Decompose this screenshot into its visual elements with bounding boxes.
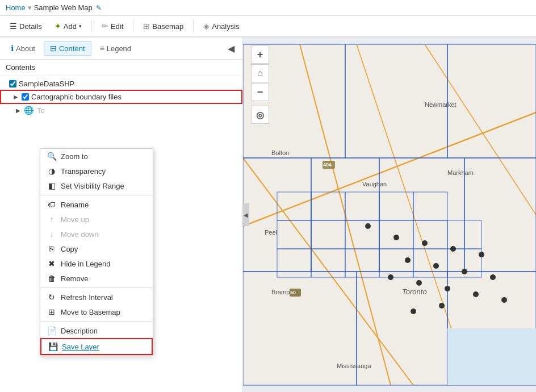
svg-point-54 (473, 291, 479, 297)
svg-point-56 (439, 303, 445, 308)
ctx-zoom-to[interactable]: 🔍 Zoom to (40, 149, 153, 164)
analysis-icon: ◈ (203, 22, 210, 31)
layer-checkbox-highlighted[interactable] (22, 93, 29, 101)
svg-text:Vaughan: Vaughan (362, 181, 387, 187)
svg-text:50: 50 (290, 290, 296, 295)
ctx-rename[interactable]: 🏷 Rename (40, 197, 153, 212)
ctx-hide-in-legend[interactable]: ✖ Hide in Legend (40, 256, 153, 271)
layer-item-sub[interactable]: ▶ 🌐 To (0, 104, 242, 116)
legend-icon: ≡ (100, 44, 104, 53)
tab-content[interactable]: ⊟ Content (44, 41, 91, 56)
home-link[interactable]: Home (6, 3, 26, 12)
edit-button[interactable]: ✏ Edit (97, 19, 128, 34)
zoom-in-button[interactable]: + (251, 45, 269, 64)
edit-icon: ✏ (102, 22, 108, 31)
layer-checkbox-parent[interactable] (9, 80, 16, 87)
basemap-button[interactable]: ⊞ Basemap (138, 19, 189, 34)
ctx-copy[interactable]: ⎘ Copy (40, 241, 153, 256)
tab-about[interactable]: ℹ About (5, 41, 41, 56)
map-canvas: Newmarket Bolton Vaughan Markham Peel Br… (243, 37, 536, 392)
breadcrumb-bar: Home ▾ Sample Web Map ✎ (0, 0, 536, 16)
save-layer-icon: 💾 (48, 342, 57, 351)
globe-icon: 🌐 (24, 106, 34, 115)
svg-point-53 (445, 286, 450, 291)
svg-point-57 (411, 308, 416, 314)
hide-legend-icon: ✖ (47, 259, 56, 268)
tab-legend[interactable]: ≡ Legend (94, 41, 138, 56)
edit-title-icon[interactable]: ✎ (96, 4, 102, 12)
layer-expand-icon: ▶ (14, 94, 18, 100)
svg-point-51 (388, 274, 393, 280)
ctx-move-up: ↑ Move up (40, 212, 153, 227)
svg-point-42 (365, 223, 371, 229)
analysis-button[interactable]: ◈ Analysis (198, 19, 244, 34)
add-icon: ✦ (55, 22, 61, 31)
svg-point-47 (405, 257, 411, 263)
basemap-ctx-icon: ⊞ (47, 307, 56, 316)
svg-point-45 (450, 246, 456, 252)
zoom-out-button[interactable]: − (251, 83, 269, 101)
svg-point-50 (490, 274, 496, 280)
svg-point-48 (433, 263, 439, 269)
add-dropdown-arrow: ▾ (79, 23, 82, 29)
svg-text:Markham: Markham (447, 169, 474, 176)
content-icon: ⊟ (50, 44, 57, 53)
svg-text:Bolton: Bolton (271, 149, 289, 156)
svg-text:Toronto: Toronto (402, 287, 427, 296)
ctx-sep-1 (40, 195, 153, 195)
breadcrumb-sep: ▾ (28, 3, 32, 12)
svg-point-55 (501, 297, 507, 303)
move-down-icon: ↓ (47, 230, 56, 239)
ctx-move-to-basemap[interactable]: ⊞ Move to Basemap (40, 305, 153, 319)
description-icon: 📄 (47, 326, 56, 335)
visibility-icon: ◧ (47, 181, 56, 190)
ctx-transparency[interactable]: ◑ Transparency (40, 164, 153, 178)
rename-icon: 🏷 (47, 200, 56, 209)
refresh-icon: ↻ (47, 293, 56, 302)
details-icon: ☰ (10, 22, 17, 31)
ctx-sep-3 (40, 321, 153, 322)
svg-rect-33 (447, 328, 536, 385)
ctx-move-down: ↓ Move down (40, 227, 153, 241)
ctx-remove[interactable]: 🗑 Remove (40, 271, 153, 286)
zoom-to-icon: 🔍 (47, 152, 56, 161)
left-panel: ℹ About ⊟ Content ≡ Legend ◀ Contents Sa… (0, 37, 243, 392)
ctx-sep-2 (40, 287, 153, 288)
ctx-set-visibility-range[interactable]: ◧ Set Visibility Range (40, 178, 153, 193)
svg-text:Peel: Peel (265, 229, 277, 236)
svg-point-52 (416, 280, 422, 286)
map-area[interactable]: Newmarket Bolton Vaughan Markham Peel Br… (243, 37, 536, 392)
map-title: Sample Web Map (34, 3, 93, 12)
ctx-description[interactable]: 📄 Description (40, 323, 153, 338)
main-layout: ℹ About ⊟ Content ≡ Legend ◀ Contents Sa… (0, 37, 536, 392)
ctx-save-layer[interactable]: 💾 Save Layer (40, 338, 153, 355)
toolbar: ☰ Details ✦ Add ▾ ✏ Edit ⊞ Basemap ◈ Ana… (0, 16, 536, 37)
svg-point-46 (479, 252, 484, 257)
copy-icon: ⎘ (47, 244, 56, 253)
panel-tabs: ℹ About ⊟ Content ≡ Legend ◀ (0, 37, 242, 60)
map-controls: + ⌂ − ◎ (251, 45, 269, 124)
svg-text:404: 404 (323, 162, 332, 168)
locate-button[interactable]: ◎ (251, 106, 269, 124)
basemap-icon: ⊞ (143, 22, 150, 31)
layer-tree: SampleDataSHP ▶ Cartographic boundary fi… (0, 76, 242, 119)
layer-item-parent[interactable]: SampleDataSHP (0, 78, 242, 90)
transparency-icon: ◑ (47, 166, 56, 176)
svg-point-49 (462, 269, 467, 274)
ctrl-separator (251, 102, 269, 105)
svg-text:Mississauga: Mississauga (337, 362, 371, 369)
layer-item-highlighted[interactable]: ▶ Cartographic boundary files (0, 90, 242, 104)
svg-text:Newmarket: Newmarket (425, 101, 457, 108)
panel-arrow[interactable]: ◀ (242, 203, 249, 226)
ctx-refresh-interval[interactable]: ↻ Refresh Interval (40, 290, 153, 305)
contents-header: Contents (0, 60, 242, 76)
panel-collapse-button[interactable]: ◀ (224, 42, 238, 55)
home-button[interactable]: ⌂ (251, 64, 269, 82)
layer-expand-sub-icon: ▶ (16, 107, 20, 114)
add-button[interactable]: ✦ Add ▾ (49, 19, 87, 34)
svg-point-44 (422, 240, 428, 246)
move-up-icon: ↑ (47, 215, 56, 224)
details-button[interactable]: ☰ Details (5, 19, 47, 34)
context-menu: 🔍 Zoom to ◑ Transparency ◧ Set Visibilit… (40, 148, 153, 356)
svg-point-43 (393, 235, 399, 240)
